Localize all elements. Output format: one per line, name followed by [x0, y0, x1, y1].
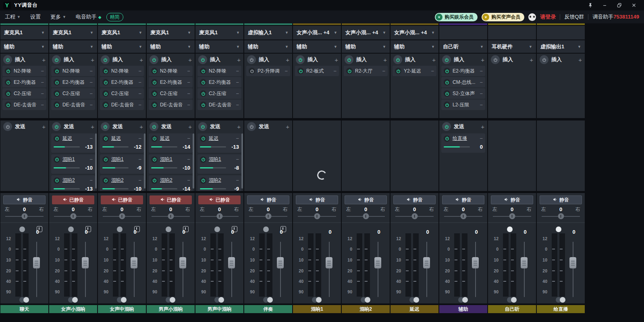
fader-track[interactable]	[231, 242, 232, 297]
send-level-slider[interactable]	[444, 146, 470, 147]
remove-send-button[interactable]: −	[187, 177, 190, 183]
remove-send-button[interactable]: −	[89, 177, 93, 183]
channel-bus-select[interactable]: 辅助 ▼	[391, 40, 438, 53]
power-icon[interactable]	[247, 122, 256, 131]
channel-toggle-switch[interactable]	[214, 297, 224, 303]
fader-thumb[interactable]	[374, 257, 381, 268]
remove-effect-button[interactable]: −	[41, 102, 44, 108]
remove-send-button[interactable]: −	[89, 135, 93, 141]
channel-source-select[interactable]: 麦克风1 ▼	[195, 26, 243, 39]
power-icon[interactable]	[540, 55, 548, 64]
pan-slider[interactable]	[249, 213, 287, 220]
power-icon[interactable]	[101, 55, 110, 64]
power-icon[interactable]	[102, 135, 109, 142]
remove-effect-button[interactable]: −	[89, 102, 93, 108]
power-icon[interactable]	[393, 55, 402, 64]
channel-toggle-switch[interactable]	[117, 297, 127, 303]
add-insert-button[interactable]: +	[432, 57, 436, 63]
channel-name-label[interactable]: 延迟	[391, 305, 438, 313]
remove-send-button[interactable]: −	[480, 135, 483, 141]
add-insert-button[interactable]: +	[42, 57, 46, 63]
pan-slider-thumb[interactable]	[216, 213, 222, 219]
send-level-slider[interactable]	[200, 146, 226, 147]
menu-project[interactable]: 工程▼	[5, 13, 21, 21]
remove-effect-button[interactable]: −	[89, 68, 93, 74]
power-icon[interactable]	[345, 55, 353, 64]
remove-effect-button[interactable]: −	[236, 102, 239, 108]
power-icon[interactable]	[102, 68, 109, 74]
remove-effect-button[interactable]: −	[138, 91, 141, 97]
mute-button[interactable]: 已静音	[52, 195, 94, 204]
pan-slider-thumb[interactable]	[363, 213, 369, 219]
power-icon[interactable]	[102, 177, 109, 184]
pin-icon[interactable]	[585, 1, 596, 9]
mute-button[interactable]: 已静音	[101, 195, 143, 204]
add-insert-button[interactable]: +	[286, 57, 289, 63]
power-icon[interactable]	[444, 79, 450, 85]
channel-toggle-switch[interactable]	[68, 297, 78, 303]
power-icon[interactable]	[444, 135, 450, 142]
channel-source-select[interactable]: 虚拟输入1 ▼	[244, 26, 292, 39]
send-level-slider[interactable]	[151, 146, 177, 147]
add-send-button[interactable]: +	[237, 124, 241, 130]
add-insert-button[interactable]: +	[334, 57, 338, 63]
pan-slider[interactable]	[54, 213, 92, 220]
power-icon[interactable]	[54, 68, 60, 74]
fader-track[interactable]	[426, 242, 427, 297]
add-insert-button[interactable]: +	[139, 57, 143, 63]
restore-button[interactable]	[614, 1, 625, 9]
channel-bus-select[interactable]: 辅助 ▼	[293, 40, 341, 53]
pan-slider[interactable]	[103, 213, 141, 220]
channel-toggle-switch[interactable]	[361, 297, 370, 303]
channel-bus-select[interactable]: 虚拟输出1 ▼	[537, 40, 585, 53]
power-icon[interactable]	[442, 55, 451, 64]
monitor-indicator[interactable]	[214, 226, 220, 232]
power-icon[interactable]	[200, 102, 206, 108]
fader-track[interactable]	[280, 242, 281, 297]
channel-source-select[interactable]: 麦克风1 ▼	[147, 26, 195, 39]
power-icon[interactable]	[151, 79, 158, 85]
send-name-link[interactable]: 延迟	[209, 135, 218, 142]
remove-send-button[interactable]: −	[236, 135, 239, 141]
monitor-indicator[interactable]	[263, 226, 269, 232]
power-icon[interactable]	[200, 156, 206, 163]
send-name-link[interactable]: 混响1	[111, 156, 124, 163]
fader-thumb[interactable]	[277, 257, 284, 268]
monitor-indicator[interactable]	[117, 226, 123, 232]
power-icon[interactable]	[54, 156, 60, 163]
send-level-slider[interactable]	[151, 167, 177, 168]
add-insert-button[interactable]: +	[578, 57, 582, 63]
pan-slider[interactable]	[298, 213, 336, 220]
remove-effect-button[interactable]: −	[138, 68, 141, 74]
fader-thumb[interactable]	[521, 257, 528, 268]
send-list-scrollbar[interactable]	[95, 133, 97, 189]
power-icon[interactable]	[150, 122, 158, 131]
power-icon[interactable]	[3, 55, 12, 64]
fader-track[interactable]	[378, 242, 378, 297]
mute-button[interactable]: 已静音	[198, 195, 241, 204]
channel-source-select[interactable]: 麦克风1 ▼	[98, 26, 146, 39]
menu-more[interactable]: 更多▼	[50, 13, 66, 21]
pan-slider[interactable]	[493, 213, 531, 220]
fader-thumb[interactable]	[326, 257, 332, 268]
power-icon[interactable]	[296, 55, 305, 64]
channel-name-label[interactable]: 女声中混响	[98, 305, 146, 313]
channel-bus-select[interactable]: 辅助 ▼	[49, 40, 97, 53]
remove-effect-button[interactable]: −	[138, 102, 141, 108]
send-list-scrollbar[interactable]	[144, 133, 145, 189]
send-level-slider[interactable]	[102, 188, 129, 189]
send-name-link[interactable]: 混响1	[160, 156, 172, 163]
power-icon[interactable]	[297, 68, 304, 74]
send-name-link[interactable]: 混响2	[62, 177, 75, 184]
channel-source-select[interactable]: 女声小混... +4 ▼	[391, 26, 438, 39]
power-icon[interactable]	[346, 68, 353, 74]
channel-bus-select[interactable]: 辅助 ▼	[98, 40, 146, 53]
remove-effect-button[interactable]: −	[382, 68, 385, 74]
buy-entertainment-vip-button[interactable]: ♥ 购买娱乐会员	[435, 13, 478, 21]
menu-evoice-assistant[interactable]: 电音助手◆	[76, 13, 102, 21]
add-insert-button[interactable]: +	[530, 57, 533, 63]
power-icon[interactable]	[151, 102, 158, 108]
mute-button[interactable]: 静音	[345, 195, 387, 204]
send-list-scrollbar[interactable]	[241, 133, 243, 189]
remove-send-button[interactable]: −	[89, 156, 93, 162]
